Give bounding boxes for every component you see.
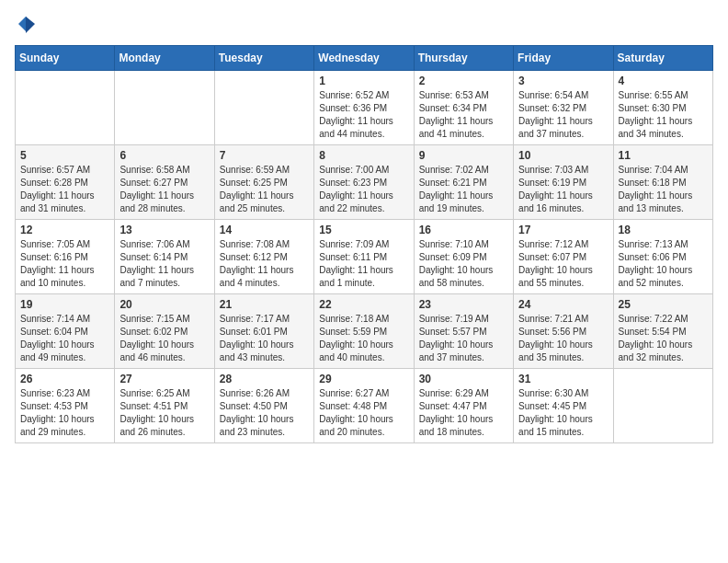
svg-marker-1 [26,17,35,33]
calendar-cell: 6Sunrise: 6:58 AM Sunset: 6:27 PM Daylig… [115,144,214,219]
day-number: 24 [518,298,608,311]
calendar-cell: 7Sunrise: 6:59 AM Sunset: 6:25 PM Daylig… [214,144,313,219]
day-number: 16 [419,224,508,236]
calendar-cell: 15Sunrise: 7:09 AM Sunset: 6:11 PM Dayli… [314,219,414,293]
day-info: Sunrise: 7:10 AM Sunset: 6:09 PM Dayligh… [419,238,508,290]
day-info: Sunrise: 6:27 AM Sunset: 4:48 PM Dayligh… [319,387,408,439]
day-number: 31 [518,373,608,385]
day-info: Sunrise: 6:25 AM Sunset: 4:51 PM Dayligh… [119,387,209,439]
calendar-table: SundayMondayTuesdayWednesdayThursdayFrid… [15,45,713,443]
day-info: Sunrise: 6:55 AM Sunset: 6:30 PM Dayligh… [619,89,708,141]
day-number: 20 [119,298,209,311]
day-number: 22 [319,298,408,311]
day-info: Sunrise: 6:26 AM Sunset: 4:50 PM Dayligh… [220,387,309,439]
day-number: 9 [419,149,508,162]
calendar-cell: 13Sunrise: 7:06 AM Sunset: 6:14 PM Dayli… [115,219,214,293]
day-info: Sunrise: 7:22 AM Sunset: 5:54 PM Dayligh… [619,313,708,364]
day-number: 29 [319,373,408,385]
calendar-cell: 24Sunrise: 7:21 AM Sunset: 5:56 PM Dayli… [514,293,613,368]
weekday-sunday: Sunday [16,45,115,70]
day-info: Sunrise: 7:15 AM Sunset: 6:02 PM Dayligh… [119,313,209,364]
day-number: 15 [319,224,408,236]
calendar-body: 1Sunrise: 6:52 AM Sunset: 6:36 PM Daylig… [16,70,713,442]
day-info: Sunrise: 7:18 AM Sunset: 5:59 PM Dayligh… [319,313,408,364]
day-number: 23 [419,298,508,311]
calendar-cell: 23Sunrise: 7:19 AM Sunset: 5:57 PM Dayli… [414,293,513,368]
calendar-cell [16,70,115,144]
calendar-cell: 30Sunrise: 6:29 AM Sunset: 4:47 PM Dayli… [414,368,513,442]
day-info: Sunrise: 7:21 AM Sunset: 5:56 PM Dayligh… [518,313,608,364]
calendar-cell: 27Sunrise: 6:25 AM Sunset: 4:51 PM Dayli… [115,368,214,442]
day-number: 1 [319,75,408,87]
calendar-cell: 2Sunrise: 6:53 AM Sunset: 6:34 PM Daylig… [414,70,513,144]
day-info: Sunrise: 6:58 AM Sunset: 6:27 PM Dayligh… [119,164,209,215]
day-number: 7 [220,149,309,162]
day-number: 4 [619,75,708,87]
day-info: Sunrise: 7:04 AM Sunset: 6:18 PM Dayligh… [619,164,708,215]
day-number: 12 [20,224,109,236]
calendar-cell: 22Sunrise: 7:18 AM Sunset: 5:59 PM Dayli… [314,293,414,368]
calendar-cell: 31Sunrise: 6:30 AM Sunset: 4:45 PM Dayli… [514,368,613,442]
calendar-cell: 16Sunrise: 7:10 AM Sunset: 6:09 PM Dayli… [414,219,513,293]
calendar-cell: 11Sunrise: 7:04 AM Sunset: 6:18 PM Dayli… [613,144,712,219]
calendar-cell: 3Sunrise: 6:54 AM Sunset: 6:32 PM Daylig… [514,70,613,144]
day-info: Sunrise: 6:53 AM Sunset: 6:34 PM Dayligh… [419,89,508,141]
day-number: 17 [518,224,608,236]
weekday-saturday: Saturday [613,45,712,70]
logo [15,15,35,38]
weekday-tuesday: Tuesday [214,45,313,70]
day-number: 26 [20,373,109,385]
calendar-cell: 28Sunrise: 6:26 AM Sunset: 4:50 PM Dayli… [214,368,313,442]
weekday-monday: Monday [115,45,214,70]
calendar-week-2: 5Sunrise: 6:57 AM Sunset: 6:28 PM Daylig… [16,144,713,219]
calendar-cell: 17Sunrise: 7:12 AM Sunset: 6:07 PM Dayli… [514,219,613,293]
day-info: Sunrise: 6:23 AM Sunset: 4:53 PM Dayligh… [20,387,109,439]
calendar-cell [613,368,712,442]
day-info: Sunrise: 7:13 AM Sunset: 6:06 PM Dayligh… [619,238,708,290]
calendar-cell: 9Sunrise: 7:02 AM Sunset: 6:21 PM Daylig… [414,144,513,219]
day-info: Sunrise: 6:52 AM Sunset: 6:36 PM Dayligh… [319,89,408,141]
day-number: 5 [20,149,109,162]
day-info: Sunrise: 6:30 AM Sunset: 4:45 PM Dayligh… [518,387,608,439]
day-info: Sunrise: 6:29 AM Sunset: 4:47 PM Dayligh… [419,387,508,439]
day-info: Sunrise: 7:17 AM Sunset: 6:01 PM Dayligh… [220,313,309,364]
day-number: 13 [119,224,209,236]
calendar-cell: 19Sunrise: 7:14 AM Sunset: 6:04 PM Dayli… [16,293,115,368]
page-header [15,15,713,38]
day-info: Sunrise: 6:59 AM Sunset: 6:25 PM Dayligh… [220,164,309,215]
calendar-cell: 25Sunrise: 7:22 AM Sunset: 5:54 PM Dayli… [613,293,712,368]
calendar-week-4: 19Sunrise: 7:14 AM Sunset: 6:04 PM Dayli… [16,293,713,368]
day-info: Sunrise: 7:03 AM Sunset: 6:19 PM Dayligh… [518,164,608,215]
weekday-header-row: SundayMondayTuesdayWednesdayThursdayFrid… [16,45,713,70]
calendar-cell: 18Sunrise: 7:13 AM Sunset: 6:06 PM Dayli… [613,219,712,293]
day-number: 2 [419,75,508,87]
calendar-cell: 4Sunrise: 6:55 AM Sunset: 6:30 PM Daylig… [613,70,712,144]
weekday-thursday: Thursday [414,45,513,70]
day-number: 27 [119,373,209,385]
day-number: 25 [619,298,708,311]
calendar-cell: 8Sunrise: 7:00 AM Sunset: 6:23 PM Daylig… [314,144,414,219]
calendar-cell: 12Sunrise: 7:05 AM Sunset: 6:16 PM Dayli… [16,219,115,293]
calendar-cell: 10Sunrise: 7:03 AM Sunset: 6:19 PM Dayli… [514,144,613,219]
day-number: 30 [419,373,508,385]
day-info: Sunrise: 7:12 AM Sunset: 6:07 PM Dayligh… [518,238,608,290]
calendar-cell: 5Sunrise: 6:57 AM Sunset: 6:28 PM Daylig… [16,144,115,219]
logo-icon [17,15,35,33]
day-info: Sunrise: 7:09 AM Sunset: 6:11 PM Dayligh… [319,238,408,290]
calendar-week-1: 1Sunrise: 6:52 AM Sunset: 6:36 PM Daylig… [16,70,713,144]
day-number: 19 [20,298,109,311]
calendar-cell: 1Sunrise: 6:52 AM Sunset: 6:36 PM Daylig… [314,70,414,144]
day-number: 21 [220,298,309,311]
weekday-friday: Friday [514,45,613,70]
day-info: Sunrise: 7:05 AM Sunset: 6:16 PM Dayligh… [20,238,109,290]
day-number: 28 [220,373,309,385]
day-info: Sunrise: 7:06 AM Sunset: 6:14 PM Dayligh… [119,238,209,290]
day-number: 8 [319,149,408,162]
day-number: 3 [518,75,608,87]
day-number: 14 [220,224,309,236]
calendar-cell: 21Sunrise: 7:17 AM Sunset: 6:01 PM Dayli… [214,293,313,368]
day-info: Sunrise: 7:08 AM Sunset: 6:12 PM Dayligh… [220,238,309,290]
day-number: 10 [518,149,608,162]
calendar-week-5: 26Sunrise: 6:23 AM Sunset: 4:53 PM Dayli… [16,368,713,442]
weekday-wednesday: Wednesday [314,45,414,70]
